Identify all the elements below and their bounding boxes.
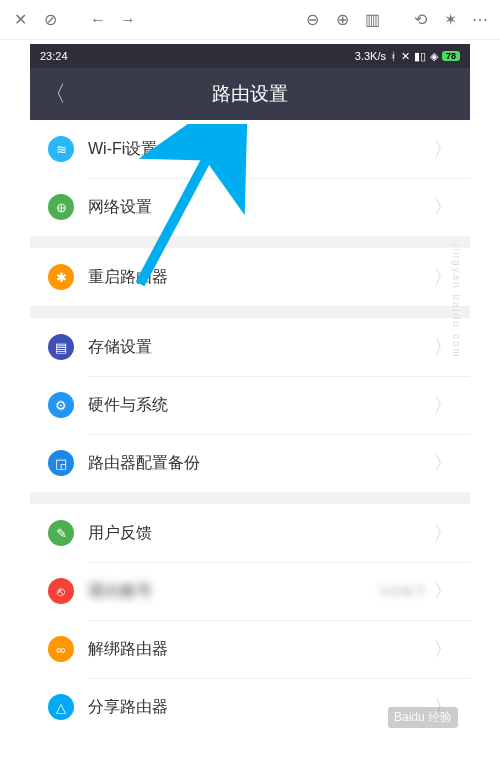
user-feedback-label: 用户反馈: [88, 523, 152, 544]
zoom-in-icon[interactable]: ⊕: [330, 8, 354, 32]
forward-icon[interactable]: →: [116, 8, 140, 32]
wifi-settings-icon: ≋: [48, 136, 74, 162]
status-bar: 23:24 3.3K/s ᚼ ✕ ▮▯ ◈ 78: [30, 44, 470, 68]
share-router-label: 分享路由器: [88, 697, 168, 718]
brand-watermark: Baidu 经验: [388, 707, 458, 728]
browser-toolbar: ✕ ⊘ ← → ⊖ ⊕ ▥ ⟲ ✶ ⋯: [0, 0, 500, 40]
hardware-system-label: 硬件与系统: [88, 395, 168, 416]
unbind-router-row[interactable]: ∞解绑路由器〉: [30, 620, 470, 678]
signal-icon: ▮▯: [414, 50, 426, 63]
status-rate: 3.3K/s: [355, 50, 386, 62]
wifi-icon: ◈: [430, 50, 438, 63]
vibrate-icon: ✕: [401, 50, 410, 63]
restart-router-label: 重启路由器: [88, 267, 168, 288]
section: ✱重启路由器〉: [30, 248, 470, 306]
network-settings-label: 网络设置: [88, 197, 152, 218]
restart-router-icon: ✱: [48, 264, 74, 290]
chevron-right-icon: 〉: [434, 579, 452, 603]
logout-row[interactable]: ⎋退出账号当前账号〉: [30, 562, 470, 620]
wifi-settings-label: Wi-Fi设置: [88, 139, 157, 160]
network-settings-row[interactable]: ⊕网络设置〉: [30, 178, 470, 236]
page-title: 路由设置: [30, 81, 470, 107]
logout-icon: ⎋: [48, 578, 74, 604]
chevron-right-icon: 〉: [434, 265, 452, 289]
user-feedback-icon: ✎: [48, 520, 74, 546]
back-button[interactable]: 〈: [30, 68, 80, 120]
hardware-system-icon: ⚙: [48, 392, 74, 418]
chevron-right-icon: 〉: [434, 137, 452, 161]
battery-indicator: 78: [442, 51, 460, 61]
wifi-settings-row[interactable]: ≋Wi-Fi设置〉: [30, 120, 470, 178]
storage-settings-icon: ▤: [48, 334, 74, 360]
phone-screenshot: 23:24 3.3K/s ᚼ ✕ ▮▯ ◈ 78 〈 路由设置 ≋Wi-Fi设置…: [30, 44, 470, 736]
chevron-right-icon: 〉: [434, 451, 452, 475]
more-icon[interactable]: ⋯: [468, 8, 492, 32]
logout-label: 退出账号: [88, 581, 152, 602]
close-tab-icon[interactable]: ✕: [8, 8, 32, 32]
tools-icon[interactable]: ✶: [438, 8, 462, 32]
chevron-right-icon: 〉: [434, 637, 452, 661]
chevron-right-icon: 〉: [434, 521, 452, 545]
rotate-icon[interactable]: ⟲: [408, 8, 432, 32]
unbind-router-label: 解绑路由器: [88, 639, 168, 660]
storage-settings-label: 存储设置: [88, 337, 152, 358]
share-router-icon: △: [48, 694, 74, 720]
back-icon[interactable]: ←: [86, 8, 110, 32]
zoom-out-icon[interactable]: ⊖: [300, 8, 324, 32]
watermark: jingyan.baidu.com: [451, 244, 462, 359]
chevron-right-icon: 〉: [434, 195, 452, 219]
network-settings-icon: ⊕: [48, 194, 74, 220]
reader-icon[interactable]: ▥: [360, 8, 384, 32]
storage-settings-row[interactable]: ▤存储设置〉: [30, 318, 470, 376]
user-feedback-row[interactable]: ✎用户反馈〉: [30, 504, 470, 562]
config-backup-label: 路由器配置备份: [88, 453, 200, 474]
chevron-right-icon: 〉: [434, 335, 452, 359]
bluetooth-icon: ᚼ: [390, 50, 397, 62]
section: ✎用户反馈〉⎋退出账号当前账号〉∞解绑路由器〉△分享路由器〉: [30, 504, 470, 736]
hardware-system-row[interactable]: ⚙硬件与系统〉: [30, 376, 470, 434]
status-time: 23:24: [40, 50, 68, 62]
config-backup-row[interactable]: ◲路由器配置备份〉: [30, 434, 470, 492]
logout-sublabel: 当前账号: [378, 583, 426, 600]
section: ≋Wi-Fi设置〉⊕网络设置〉: [30, 120, 470, 236]
app-header: 〈 路由设置: [30, 68, 470, 120]
chevron-right-icon: 〉: [434, 393, 452, 417]
restart-router-row[interactable]: ✱重启路由器〉: [30, 248, 470, 306]
section: ▤存储设置〉⚙硬件与系统〉◲路由器配置备份〉: [30, 318, 470, 492]
unbind-router-icon: ∞: [48, 636, 74, 662]
config-backup-icon: ◲: [48, 450, 74, 476]
stop-icon[interactable]: ⊘: [38, 8, 62, 32]
